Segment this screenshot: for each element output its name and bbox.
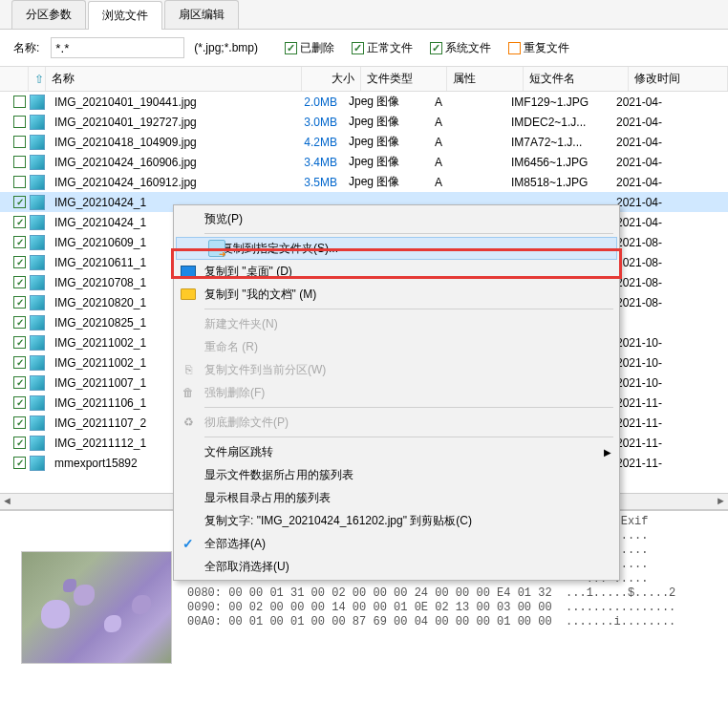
- row-checkbox[interactable]: ✓: [13, 196, 26, 208]
- cell-filename: IMG_20210418_104909.jpg: [49, 136, 284, 149]
- row-checkbox[interactable]: ✓: [13, 457, 26, 469]
- table-row[interactable]: IMG_20210401_192727.jpg3.0MBJpeg 图像AIMDE…: [0, 112, 728, 132]
- cell-date: 2021-10-: [610, 336, 728, 350]
- menu-item: ⎘复制文件到当前分区(W): [176, 358, 617, 381]
- file-icon: [30, 355, 45, 371]
- cell-shortname: IM8518~1.JPG: [505, 176, 610, 189]
- cell-date: 2021-04-: [610, 156, 728, 169]
- row-checkbox[interactable]: ✓: [13, 416, 26, 429]
- menu-separator: [204, 309, 613, 309]
- cell-date: 2021-04-: [610, 176, 728, 189]
- menu-item[interactable]: ✓全部选择(A): [176, 532, 617, 555]
- menu-label: 强制删除(F): [204, 385, 265, 401]
- tab-browse-files[interactable]: 浏览文件: [88, 1, 162, 30]
- cell-shortname: IM7A72~1.J...: [505, 136, 610, 149]
- cell-type: Jpeg 图像: [343, 94, 429, 110]
- row-checkbox[interactable]: ✓: [13, 296, 26, 309]
- tab-sector-edit[interactable]: 扇区编辑: [164, 0, 239, 29]
- name-label: 名称:: [13, 40, 39, 56]
- cell-attr: A: [429, 116, 505, 129]
- row-checkbox[interactable]: ✓: [13, 316, 26, 329]
- scroll-right-icon[interactable]: ►: [716, 495, 726, 506]
- cell-type: Jpeg 图像: [343, 114, 429, 130]
- check-duplicate[interactable]: 重复文件: [508, 40, 569, 56]
- file-icon: [30, 255, 45, 270]
- row-checkbox[interactable]: ✓: [13, 276, 26, 288]
- menu-separator: [204, 233, 613, 234]
- recycle-icon: ♻: [180, 414, 197, 431]
- copy-folder-icon: [208, 240, 225, 257]
- cell-attr: A: [429, 156, 505, 169]
- cell-shortname: IM6456~1.JPG: [505, 156, 610, 169]
- table-row[interactable]: IMG_20210401_190441.jpg2.0MBJpeg 图像AIMF1…: [0, 92, 728, 112]
- table-row[interactable]: IMG_20210424_160912.jpg3.5MBJpeg 图像AIM85…: [0, 172, 728, 192]
- filter-bar: 名称: (*.jpg;*.bmp) ✓已删除 ✓正常文件 ✓系统文件 重复文件: [0, 30, 728, 67]
- name-filter-input[interactable]: [51, 37, 184, 58]
- row-checkbox[interactable]: [13, 176, 26, 188]
- check-deleted[interactable]: ✓已删除: [285, 40, 334, 56]
- menu-item: ♻彻底删除文件(P): [176, 411, 617, 434]
- cell-date: 2021-04-: [610, 196, 728, 209]
- cell-date: 2021-08-: [610, 236, 728, 249]
- cell-attr: A: [429, 96, 505, 109]
- header-modified[interactable]: 修改时间: [629, 67, 728, 91]
- row-checkbox[interactable]: ✓: [13, 256, 26, 268]
- menu-item[interactable]: 复制文字: "IMG_20210424_161202.jpg" 到剪贴板(C): [176, 509, 617, 532]
- menu-item[interactable]: 显示文件数据所占用的簇列表: [176, 463, 617, 486]
- cell-shortname: IMF129~1.JPG: [505, 96, 610, 109]
- file-icon: [30, 155, 45, 170]
- context-menu: 预览(P)复制到指定文件夹(S)...复制到 "桌面" (D)复制到 "我的文档…: [173, 204, 620, 581]
- header-type[interactable]: 文件类型: [361, 67, 447, 91]
- menu-label: 复制文字: "IMG_20210424_161202.jpg" 到剪贴板(C): [204, 513, 472, 529]
- menu-item[interactable]: 全部取消选择(U): [176, 555, 617, 578]
- row-checkbox[interactable]: [13, 96, 26, 108]
- image-preview: [21, 551, 172, 664]
- cell-attr: A: [429, 176, 505, 189]
- trash-icon: 🗑: [180, 384, 197, 401]
- tab-partition-params[interactable]: 分区参数: [11, 0, 86, 29]
- file-icon: [30, 215, 45, 230]
- menu-label: 显示文件数据所占用的簇列表: [204, 467, 353, 483]
- menu-item[interactable]: 文件扇区跳转▶: [176, 440, 617, 463]
- file-icon: [30, 375, 45, 391]
- table-row[interactable]: IMG_20210418_104909.jpg4.2MBJpeg 图像AIM7A…: [0, 132, 728, 152]
- check-normal[interactable]: ✓正常文件: [352, 40, 413, 56]
- row-checkbox[interactable]: ✓: [13, 336, 26, 349]
- menu-item[interactable]: 显示根目录占用的簇列表: [176, 486, 617, 509]
- menu-label: 彻底删除文件(P): [204, 415, 289, 431]
- menu-item[interactable]: 复制到指定文件夹(S)...: [176, 237, 617, 260]
- check-system[interactable]: ✓系统文件: [430, 40, 491, 56]
- cell-date: 2021-11-: [610, 396, 728, 410]
- menu-label: 预览(P): [204, 211, 243, 227]
- menu-item[interactable]: 复制到 "我的文档" (M): [176, 283, 617, 306]
- table-row[interactable]: IMG_20210424_160906.jpg3.4MBJpeg 图像AIM64…: [0, 152, 728, 172]
- file-icon: [30, 135, 45, 150]
- row-checkbox[interactable]: ✓: [13, 437, 26, 449]
- check-icon: ✓: [180, 535, 197, 552]
- row-checkbox[interactable]: ✓: [13, 376, 26, 389]
- cell-date: 2021-11-: [610, 416, 728, 430]
- row-checkbox[interactable]: ✓: [13, 216, 26, 228]
- header-attr[interactable]: 属性: [447, 67, 524, 91]
- file-icon: [30, 415, 45, 431]
- cell-type: Jpeg 图像: [343, 174, 429, 190]
- scroll-left-icon[interactable]: ◄: [2, 495, 12, 506]
- menu-item: 🗑强制删除(F): [176, 381, 617, 404]
- header-size[interactable]: 大小: [302, 67, 361, 91]
- cell-filename: IMG_20210424_160906.jpg: [49, 156, 284, 169]
- row-checkbox[interactable]: ✓: [13, 236, 26, 248]
- row-checkbox[interactable]: [13, 136, 26, 148]
- header-shortname[interactable]: 短文件名: [524, 67, 629, 91]
- row-checkbox[interactable]: [13, 116, 26, 128]
- file-icon: [30, 395, 45, 411]
- cell-date: 2021-08-: [610, 276, 728, 289]
- header-name[interactable]: 名称: [46, 67, 302, 91]
- cell-type: Jpeg 图像: [343, 134, 429, 150]
- menu-item[interactable]: 复制到 "桌面" (D): [176, 260, 617, 283]
- menu-label: 文件扇区跳转: [204, 444, 273, 460]
- row-checkbox[interactable]: ✓: [13, 396, 26, 409]
- row-checkbox[interactable]: ✓: [13, 356, 26, 369]
- menu-item[interactable]: 预览(P): [176, 207, 617, 230]
- sort-indicator[interactable]: ⇧: [29, 67, 46, 91]
- row-checkbox[interactable]: [13, 156, 26, 168]
